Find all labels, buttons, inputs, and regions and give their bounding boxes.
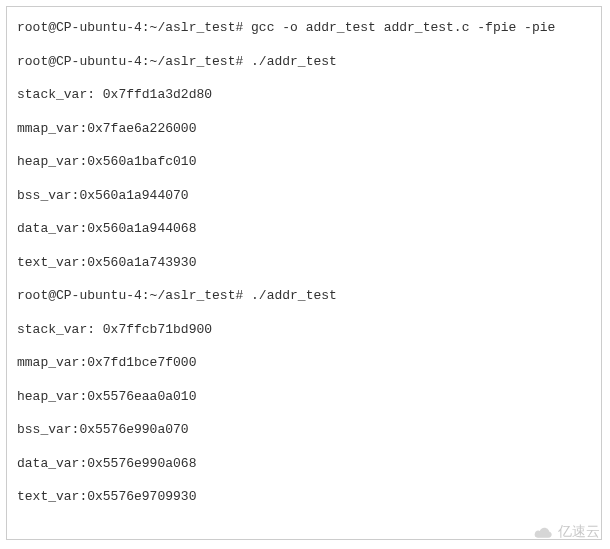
terminal-line: heap_var:0x560a1bafc010 <box>17 155 591 168</box>
terminal-line: bss_var:0x5576e990a070 <box>17 423 591 436</box>
terminal-line: root@CP-ubuntu-4:~/aslr_test# ./addr_tes… <box>17 289 591 302</box>
terminal-line: root@CP-ubuntu-4:~/aslr_test# ./addr_tes… <box>17 55 591 68</box>
terminal-line: mmap_var:0x7fd1bce7f000 <box>17 356 591 369</box>
terminal-line: heap_var:0x5576eaa0a010 <box>17 390 591 403</box>
terminal-line: text_var:0x5576e9709930 <box>17 490 591 503</box>
terminal-line: stack_var: 0x7ffd1a3d2d80 <box>17 88 591 101</box>
terminal-line: bss_var:0x560a1a944070 <box>17 189 591 202</box>
terminal-line: data_var:0x5576e990a068 <box>17 457 591 470</box>
cloud-icon <box>532 525 554 539</box>
terminal-line: root@CP-ubuntu-4:~/aslr_test# gcc -o add… <box>17 21 591 34</box>
watermark-text: 亿速云 <box>558 523 600 541</box>
terminal-line: data_var:0x560a1a944068 <box>17 222 591 235</box>
svg-point-0 <box>535 533 540 538</box>
watermark: 亿速云 <box>532 523 600 541</box>
terminal-output-box: root@CP-ubuntu-4:~/aslr_test# gcc -o add… <box>6 6 602 540</box>
terminal-line: stack_var: 0x7ffcb71bd900 <box>17 323 591 336</box>
terminal-line: mmap_var:0x7fae6a226000 <box>17 122 591 135</box>
terminal-line: text_var:0x560a1a743930 <box>17 256 591 269</box>
